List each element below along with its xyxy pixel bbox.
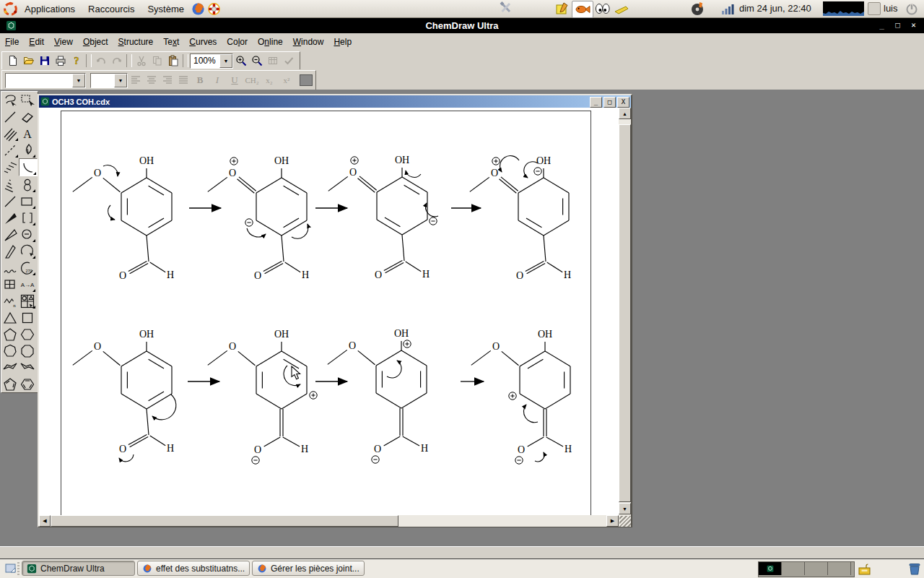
tool-arc[interactable] xyxy=(19,158,38,176)
italic-button[interactable]: I xyxy=(209,74,226,86)
structure-5[interactable]: OHOOH xyxy=(73,329,176,462)
menubar-item-curves[interactable]: Curves xyxy=(184,35,222,48)
tool-table[interactable] xyxy=(1,276,19,293)
zoom-dropdown-arrow[interactable]: ▼ xyxy=(219,54,232,68)
tool-cyclooctane[interactable] xyxy=(19,342,36,359)
menubar-item-view[interactable]: View xyxy=(49,35,78,48)
system-tools-icon[interactable] xyxy=(498,1,514,17)
app-titlebar[interactable]: ChemDraw Ultra _ □ ✕ xyxy=(0,17,924,33)
vertical-scroll-thumb[interactable] xyxy=(619,124,631,502)
font-size-combobox[interactable]: ▼ xyxy=(90,73,128,88)
redo-button[interactable] xyxy=(109,53,125,68)
doc-close-button[interactable]: X xyxy=(617,97,629,108)
tool-curved-arrow[interactable] xyxy=(19,243,36,259)
show-desktop-icon[interactable] xyxy=(3,561,19,577)
network-signal-icon[interactable] xyxy=(720,1,736,17)
workspace-3[interactable] xyxy=(805,562,828,575)
color-swatch-button[interactable] xyxy=(300,74,313,86)
print-button[interactable] xyxy=(53,53,69,68)
workspace-1[interactable] xyxy=(759,562,782,575)
workspace-4[interactable] xyxy=(828,562,851,575)
tool-wavy-bond[interactable] xyxy=(1,259,19,276)
taskbar-handle[interactable] xyxy=(17,562,19,576)
tool-multiple-bonds[interactable] xyxy=(1,125,19,142)
clock[interactable]: dim 24 jun, 22:40 xyxy=(739,3,811,14)
doc-maximize-button[interactable]: □ xyxy=(603,97,616,108)
tool-chair-1[interactable] xyxy=(1,359,19,376)
align-left-button[interactable] xyxy=(128,73,144,87)
tool-cyclopentane[interactable] xyxy=(1,326,19,342)
superscript-button[interactable]: x² xyxy=(278,76,295,85)
tool-hollow-wedge-bond[interactable] xyxy=(1,226,19,243)
structure-3[interactable]: OHOOH xyxy=(328,155,438,280)
workspace-2[interactable] xyxy=(782,562,805,575)
menubar-item-edit[interactable]: Edit xyxy=(24,35,49,48)
underline-button[interactable]: U xyxy=(226,74,243,86)
scroll-down-button[interactable]: ▼ xyxy=(619,503,631,514)
menubar-item-text[interactable]: Text xyxy=(158,35,184,48)
fish-applet-icon[interactable] xyxy=(572,1,593,18)
cd-audio-icon[interactable] xyxy=(690,1,706,17)
menubar-item-window[interactable]: Window xyxy=(288,35,329,48)
tool-hashed-bond[interactable] xyxy=(1,158,19,175)
tool-arc-270[interactable]: 270 xyxy=(19,259,36,276)
doc-minimize-button[interactable]: _ xyxy=(590,97,602,108)
tool-atom-map[interactable]: A→A xyxy=(19,276,36,293)
workspace-switcher[interactable] xyxy=(758,561,855,577)
system-monitor-applet[interactable] xyxy=(823,1,864,16)
scroll-left-button[interactable]: ◀ xyxy=(39,515,51,527)
mail-send-icon[interactable] xyxy=(614,1,629,17)
tool-marquee[interactable] xyxy=(19,92,36,108)
tool-benzene[interactable] xyxy=(19,376,36,392)
font-size-dropdown-arrow[interactable]: ▼ xyxy=(114,74,127,87)
align-right-button[interactable] xyxy=(160,73,175,87)
menubar-item-structure[interactable]: Structure xyxy=(113,35,159,48)
task-button-3[interactable]: Gérer les pièces joint... xyxy=(252,561,365,576)
trash-icon[interactable] xyxy=(907,561,923,577)
app-maximize-button[interactable]: □ xyxy=(892,20,904,30)
structure-2[interactable]: OHOOH xyxy=(208,155,309,281)
cut-button[interactable] xyxy=(134,53,149,68)
menubar-item-object[interactable]: Object xyxy=(78,35,113,48)
help-lifesaver-icon[interactable] xyxy=(206,1,222,17)
hand-button[interactable] xyxy=(265,53,281,68)
resize-grip[interactable] xyxy=(619,516,631,527)
open-button[interactable] xyxy=(21,53,37,68)
ubuntu-logo-icon[interactable] xyxy=(2,1,18,17)
tool-dart-bond[interactable] xyxy=(1,243,19,259)
structure-7[interactable]: OHOOH xyxy=(328,328,428,463)
structure-8[interactable]: OHOOH xyxy=(471,329,572,464)
tool-bold-bond[interactable] xyxy=(1,193,19,210)
bold-button[interactable]: B xyxy=(191,74,209,86)
tool-eraser[interactable] xyxy=(19,108,36,125)
scroll-up-button[interactable]: ▲ xyxy=(619,108,631,119)
help-button[interactable]: ? xyxy=(69,53,84,68)
tool-lasso[interactable] xyxy=(1,92,19,108)
task-button-1[interactable]: ChemDraw Ultra xyxy=(22,561,135,576)
tool-square[interactable] xyxy=(19,309,36,326)
drawing-canvas[interactable]: OHOOHOHOOHOHOOHOHOOHOHOOHOHOOHOHOOHOHOOH xyxy=(39,108,619,515)
formula-button[interactable]: CH₂ xyxy=(243,76,261,85)
copy-button[interactable] xyxy=(149,53,165,68)
scroll-right-button[interactable]: ▶ xyxy=(606,515,619,527)
font-name-combobox[interactable]: ▼ xyxy=(5,73,86,88)
tool-bracket[interactable] xyxy=(19,210,36,226)
power-icon[interactable] xyxy=(904,1,920,17)
zoom-out-button[interactable] xyxy=(249,53,265,68)
tool-polymer[interactable]: n xyxy=(1,293,19,309)
tool-hashed-wedge-bond[interactable] xyxy=(1,176,19,193)
horizontal-scroll-thumb[interactable] xyxy=(51,515,398,527)
document-titlebar[interactable]: OCH3 COH.cdx _ □ X xyxy=(39,95,631,108)
structure-4[interactable]: OHOOH xyxy=(470,155,571,281)
tool-cyclopentadiene[interactable] xyxy=(1,376,19,392)
check-button[interactable] xyxy=(281,53,297,68)
subscript-button[interactable]: x₂ xyxy=(261,76,278,85)
tool-wedge-bond[interactable] xyxy=(1,210,19,226)
task-button-2[interactable]: effet des substituatns... xyxy=(137,561,250,576)
save-button[interactable] xyxy=(37,53,53,68)
menubar-item-color[interactable]: Color xyxy=(222,35,253,48)
undo-button[interactable] xyxy=(93,53,109,68)
tool-triangle[interactable] xyxy=(1,309,19,326)
user-menu[interactable]: luis xyxy=(884,3,898,14)
tool-dashed-bond[interactable] xyxy=(1,142,19,158)
